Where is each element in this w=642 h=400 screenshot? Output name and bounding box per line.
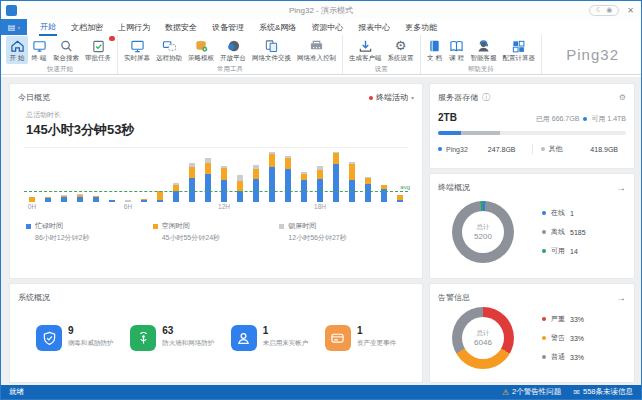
bar-hour-23[interactable] bbox=[392, 148, 408, 202]
ribbon-button-label: 配置计算器 bbox=[503, 54, 536, 63]
ribbon-button-网络文件交换[interactable]: 网络文件交换 bbox=[249, 36, 294, 64]
legend-item-锁屏时间: 锁屏时间12小时56分钟27秒 bbox=[279, 221, 406, 243]
ribbon-button-审批任务[interactable]: 审批任务 bbox=[82, 36, 114, 64]
stat-label: 防火墙和网络防护 bbox=[162, 339, 214, 348]
menu-tab-上网行为[interactable]: 上网行为 bbox=[117, 20, 151, 35]
moon-icon[interactable]: ☾ bbox=[596, 6, 602, 14]
menu-tab-数据安全[interactable]: 数据安全 bbox=[164, 20, 198, 35]
ribbon-button-聚合搜索[interactable]: 聚合搜索 bbox=[50, 36, 82, 64]
menu-tab-报表中心[interactable]: 报表中心 bbox=[357, 20, 391, 35]
ribbon-button-课程[interactable]: 课 程 bbox=[446, 36, 468, 64]
activity-bar-chart: avg 0H6H12H18H bbox=[24, 147, 408, 211]
bar-hour-17[interactable] bbox=[296, 148, 312, 202]
arrow-right-icon[interactable]: → bbox=[616, 182, 626, 193]
bar-hour-21[interactable] bbox=[360, 148, 376, 202]
bar-hour-10[interactable] bbox=[184, 148, 200, 202]
stat-value: 1 bbox=[357, 325, 396, 336]
warning-status[interactable]: ⚠ 2个警告性问题 bbox=[502, 387, 561, 397]
activity-filter-dropdown[interactable]: 终端活动 ▾ bbox=[369, 92, 414, 103]
x-tick-label: 18H bbox=[314, 203, 326, 210]
ribbon-button-策略模板[interactable]: 策略模板 bbox=[185, 36, 217, 64]
legend-dot-icon bbox=[438, 147, 442, 151]
gear-icon[interactable]: ⚙ bbox=[619, 93, 626, 102]
bar-hour-4[interactable] bbox=[88, 148, 104, 202]
bar-hour-12[interactable] bbox=[216, 148, 232, 202]
ribbon-button-终端[interactable]: 终 端 bbox=[28, 36, 50, 64]
storage-segment-Ping32 bbox=[438, 131, 461, 135]
avg-line: avg bbox=[24, 191, 408, 192]
bar-hour-18[interactable] bbox=[312, 148, 328, 202]
skin-switcher[interactable]: ☾ ◉ bbox=[589, 5, 619, 16]
today-overview-card: 今日概览 终端活动 ▾ 总活动时长 145小时3分钟53秒 avg 0H6 bbox=[9, 83, 423, 279]
ribbon-button-远程协助[interactable]: 远程协助 bbox=[153, 36, 185, 64]
alert-legend: 严重33%警告33%普通33% bbox=[542, 314, 584, 362]
card-title: 系统概况 bbox=[18, 292, 50, 303]
bar-hour-8[interactable] bbox=[152, 148, 168, 202]
bar-hour-15[interactable] bbox=[264, 148, 280, 202]
ribbon-button-开放平台[interactable]: 开放平台 bbox=[217, 36, 249, 64]
info-icon[interactable]: ⓘ bbox=[482, 92, 490, 103]
bar-hour-13[interactable] bbox=[232, 148, 248, 202]
alert-donut-chart: 总计 6046 bbox=[452, 307, 514, 369]
system-stat-病毒和威胁防护[interactable]: 9病毒和威胁防护 bbox=[36, 325, 114, 351]
duration-value: 145小时3分钟53秒 bbox=[26, 121, 414, 139]
bar-hour-19[interactable] bbox=[328, 148, 344, 202]
ribbon-button-生成客户端[interactable]: 生成客户端 bbox=[346, 36, 385, 64]
bar-hour-9[interactable] bbox=[168, 148, 184, 202]
ribbon-button-智能客服[interactable]: 智能客服 bbox=[468, 36, 500, 64]
legend-label: 空闲时间 bbox=[162, 221, 190, 231]
ribbon-group-label: 帮助支持 bbox=[424, 64, 539, 76]
storage-legend: Ping32247.8GB其他418.9GB bbox=[438, 144, 626, 154]
bar-hour-14[interactable] bbox=[248, 148, 264, 202]
bar-hour-6[interactable] bbox=[120, 148, 136, 202]
menu-tab-系统&网络[interactable]: 系统&网络 bbox=[258, 20, 297, 35]
ribbon-button-系统设置[interactable]: ⚙系统设置 bbox=[385, 36, 417, 64]
bar-hour-22[interactable] bbox=[376, 148, 392, 202]
system-stat-资产变更事件[interactable]: 1资产变更事件 bbox=[325, 325, 396, 351]
bar-segment bbox=[205, 174, 211, 202]
bar-hour-0[interactable] bbox=[24, 148, 40, 202]
close-button[interactable]: ✕ bbox=[627, 6, 634, 15]
ribbon-button-实时屏幕[interactable]: 实时屏幕 bbox=[121, 36, 153, 64]
bar-hour-11[interactable] bbox=[200, 148, 216, 202]
bar-hour-1[interactable] bbox=[40, 148, 56, 202]
menu-tab-资源中心[interactable]: 资源中心 bbox=[310, 20, 344, 35]
bar-hour-20[interactable] bbox=[344, 148, 360, 202]
ribbon-button-文档[interactable]: 文 档 bbox=[424, 36, 446, 64]
ribbon-button-label: 远程协助 bbox=[156, 54, 182, 63]
bar-hour-7[interactable] bbox=[136, 148, 152, 202]
ribbon-button-label: 生成客户端 bbox=[349, 54, 382, 63]
legend-item-普通: 普通33% bbox=[542, 352, 584, 362]
terminal-legend: 在线1离线5185可用14 bbox=[542, 208, 586, 256]
menu-tab-开始[interactable]: 开始 bbox=[39, 19, 57, 36]
window-title: Ping32 - 演示模式 bbox=[1, 5, 641, 16]
bar-hour-16[interactable] bbox=[280, 148, 296, 202]
system-overview-card: 系统概况 9病毒和威胁防护63防火墙和网络防护1未启用来宾帐户1资产变更事件 bbox=[9, 283, 423, 383]
theme-icon[interactable]: ◉ bbox=[606, 6, 612, 14]
bar-hour-2[interactable] bbox=[56, 148, 72, 202]
ribbon-button-label: 网络文件交换 bbox=[252, 54, 291, 63]
ribbon-group: 文 档课 程智能客服配置计算器帮助支持 bbox=[421, 35, 543, 74]
server-storage-card: 服务器存储 ⓘ ⚙ 2TB 已用 666.7GB 可用 1.4TB Ping32… bbox=[429, 83, 635, 169]
messages-status[interactable]: ✉ 558条未读信息 bbox=[573, 387, 633, 397]
ribbon-button-配置计算器[interactable]: 配置计算器 bbox=[500, 36, 539, 64]
bar-segment bbox=[237, 181, 243, 191]
ribbon-group: 实时屏幕远程协助策略模板开放平台网络文件交换网络准入控制常用工具 bbox=[118, 35, 343, 74]
menu-tab-文档加密[interactable]: 文档加密 bbox=[70, 20, 104, 35]
ribbon-button-网络准入控制[interactable]: 网络准入控制 bbox=[294, 36, 339, 64]
ribbon-button-label: 开放平台 bbox=[220, 54, 246, 63]
stat-value: 63 bbox=[162, 325, 214, 336]
terminal-donut-chart: 总计 5200 bbox=[452, 201, 514, 263]
remote-assist-icon bbox=[162, 39, 177, 53]
arrow-right-icon[interactable]: → bbox=[616, 292, 626, 303]
ribbon-button-开始[interactable]: 开 始 bbox=[6, 36, 28, 64]
menu-tab-更多功能[interactable]: 更多功能 bbox=[404, 20, 438, 35]
bar-hour-5[interactable] bbox=[104, 148, 120, 202]
menu-tab-设备管理[interactable]: 设备管理 bbox=[211, 20, 245, 35]
system-stat-未启用来宾帐户[interactable]: 1未启用来宾帐户 bbox=[231, 325, 309, 351]
system-stat-防火墙和网络防护[interactable]: 63防火墙和网络防护 bbox=[130, 325, 214, 351]
app-menu-button[interactable]: ▤ ▾ bbox=[1, 19, 27, 35]
bar-hour-3[interactable] bbox=[72, 148, 88, 202]
bar-segment bbox=[269, 154, 275, 167]
segment-name: 其他 bbox=[549, 144, 563, 154]
